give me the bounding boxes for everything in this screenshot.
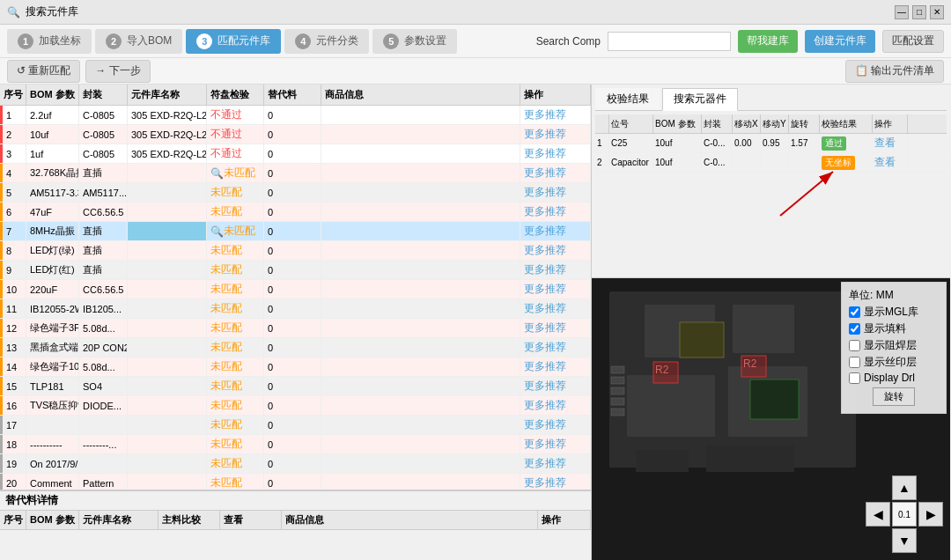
- rr-bom: 10uf: [653, 134, 702, 152]
- rth-pos: 位号: [609, 114, 653, 133]
- rr-action[interactable]: 查看: [873, 134, 908, 152]
- step-3-button[interactable]: 3 匹配元件库: [186, 29, 281, 54]
- nav-down-button[interactable]: ▼: [892, 528, 917, 553]
- rr-action[interactable]: 查看: [873, 153, 908, 172]
- bot-col-num: 序号: [0, 511, 26, 529]
- row-package: [79, 454, 128, 473]
- row-package: 直插: [79, 241, 128, 260]
- nav-up-button[interactable]: ▲: [892, 475, 917, 500]
- row-action[interactable]: 更多推荐: [520, 357, 591, 376]
- row-check: 未匹配: [207, 203, 264, 221]
- row-alt: 0: [264, 319, 321, 337]
- svg-rect-20: [750, 379, 799, 419]
- row-num: 9: [0, 261, 26, 279]
- row-check: 未匹配: [207, 416, 264, 434]
- row-action[interactable]: 更多推荐: [520, 280, 591, 298]
- table-row: 10 220uF CC6.56.5 未匹配 0 更多推荐: [0, 280, 591, 299]
- row-action[interactable]: 更多推荐: [520, 299, 591, 318]
- minimize-button[interactable]: —: [895, 5, 909, 19]
- step-2-label: 导入BOM: [127, 33, 172, 48]
- row-action[interactable]: 更多推荐: [520, 164, 591, 182]
- svg-rect-16: [611, 387, 624, 394]
- table-row: 3 1uf C-0805 305 EXD-R2Q-L20W12T7- 不通过 0…: [0, 144, 591, 164]
- step-5-button[interactable]: 5 参数设置: [372, 29, 457, 54]
- close-button[interactable]: ✕: [930, 5, 944, 19]
- match-settings-button[interactable]: 匹配设置: [882, 30, 944, 53]
- row-action[interactable]: 更多推荐: [520, 416, 591, 434]
- step-2-button[interactable]: 2 导入BOM: [95, 29, 182, 54]
- rth-num: [595, 114, 609, 133]
- row-action[interactable]: 更多推荐: [520, 377, 591, 395]
- nav-left-button[interactable]: ◀: [866, 502, 890, 527]
- rr-movey: [761, 153, 789, 172]
- rr-movex: [733, 153, 761, 172]
- nav-right-button[interactable]: ▶: [918, 502, 943, 527]
- row-action[interactable]: 更多推荐: [520, 338, 591, 357]
- rotate-button[interactable]: 旋转: [873, 387, 915, 406]
- col-package: 封装: [79, 85, 128, 105]
- svg-text:R2: R2: [655, 364, 669, 376]
- row-check: 未匹配: [207, 377, 264, 395]
- row-action[interactable]: 更多推荐: [520, 222, 591, 240]
- row-action[interactable]: 更多推荐: [520, 106, 591, 124]
- row-alt: 0: [264, 357, 321, 376]
- export-button[interactable]: 📋 输出元件清单: [845, 60, 944, 83]
- svg-rect-18: [611, 409, 624, 416]
- maximize-button[interactable]: □: [912, 5, 926, 19]
- svg-rect-6: [627, 375, 715, 437]
- tab-check-results[interactable]: 校验结果: [595, 88, 660, 110]
- row-action[interactable]: 更多推荐: [520, 144, 591, 163]
- tab-search-component[interactable]: 搜索元器件: [662, 88, 738, 111]
- row-action[interactable]: 更多推荐: [520, 435, 591, 453]
- row-num: 5: [0, 183, 26, 202]
- bottom-section: 替代料详情 序号 BOM 参数 元件库名称 主料比较 查看 商品信息 操作: [0, 490, 591, 560]
- checkbox-silkscreen[interactable]: [849, 357, 860, 368]
- svg-rect-9: [706, 446, 794, 472]
- table-header: 序号 BOM 参数 封装 元件库名称 符盘检验 替代料 商品信息 操作: [0, 85, 591, 106]
- row-action[interactable]: 更多推荐: [520, 474, 591, 490]
- row-action[interactable]: 更多推荐: [520, 261, 591, 279]
- row-alt: 0: [264, 454, 321, 473]
- row-action[interactable]: 更多推荐: [520, 319, 591, 337]
- row-alt: 0: [264, 241, 321, 260]
- row-action[interactable]: 更多推荐: [520, 125, 591, 144]
- row-goods: [321, 222, 520, 240]
- row-action[interactable]: 更多推荐: [520, 183, 591, 202]
- next-button[interactable]: → 下一步: [85, 60, 150, 83]
- rr-movex: 0.00: [733, 134, 761, 152]
- row-check: 未匹配: [207, 357, 264, 376]
- rr-movey: 0.95: [761, 134, 789, 152]
- row-num: 18: [0, 435, 26, 453]
- row-goods: [321, 106, 520, 124]
- rr-num: 1: [595, 134, 609, 152]
- build-library-button[interactable]: 帮我建库: [738, 30, 798, 53]
- row-action[interactable]: 更多推荐: [520, 454, 591, 473]
- nav-value: 0.1: [892, 502, 917, 527]
- title-bar-text: 搜索元件库: [26, 4, 78, 19]
- table-row: 6 47uF CC6.56.5 未匹配 0 更多推荐: [0, 203, 591, 222]
- create-library-button[interactable]: 创建元件库: [805, 30, 875, 53]
- row-goods: [321, 299, 520, 318]
- checkbox-soldermask[interactable]: [849, 340, 860, 351]
- row-alt: 0: [264, 125, 321, 144]
- row-alt: 0: [264, 338, 321, 357]
- row-name: 305 EXD-R2Q-L20W12T7-: [128, 106, 207, 124]
- step-1-button[interactable]: 1 加载坐标: [7, 29, 92, 54]
- checkbox-mgl[interactable]: [849, 306, 860, 318]
- row-action[interactable]: 更多推荐: [520, 396, 591, 415]
- checkbox-drl[interactable]: [849, 372, 860, 384]
- search-comp-input[interactable]: [608, 32, 731, 51]
- checkbox-fill[interactable]: [849, 323, 860, 335]
- steps-left: 1 加载坐标 2 导入BOM 3 匹配元件库 4 元件分类 5 参数设置: [7, 29, 457, 54]
- row-num: 2: [0, 125, 26, 144]
- row-name: [128, 299, 207, 318]
- step-5-number: 5: [383, 33, 399, 49]
- step-4-button[interactable]: 4 元件分类: [284, 29, 369, 54]
- row-check: 未匹配: [207, 435, 264, 453]
- row-action[interactable]: 更多推荐: [520, 241, 591, 260]
- table-row: 20 Comment Pattern 未匹配 0 更多推荐: [0, 474, 591, 490]
- rematch-button[interactable]: ↺ 重新匹配: [7, 60, 80, 83]
- row-bom: LED灯(绿): [26, 241, 79, 260]
- step-3-label: 匹配元件库: [217, 33, 270, 48]
- row-action[interactable]: 更多推荐: [520, 203, 591, 221]
